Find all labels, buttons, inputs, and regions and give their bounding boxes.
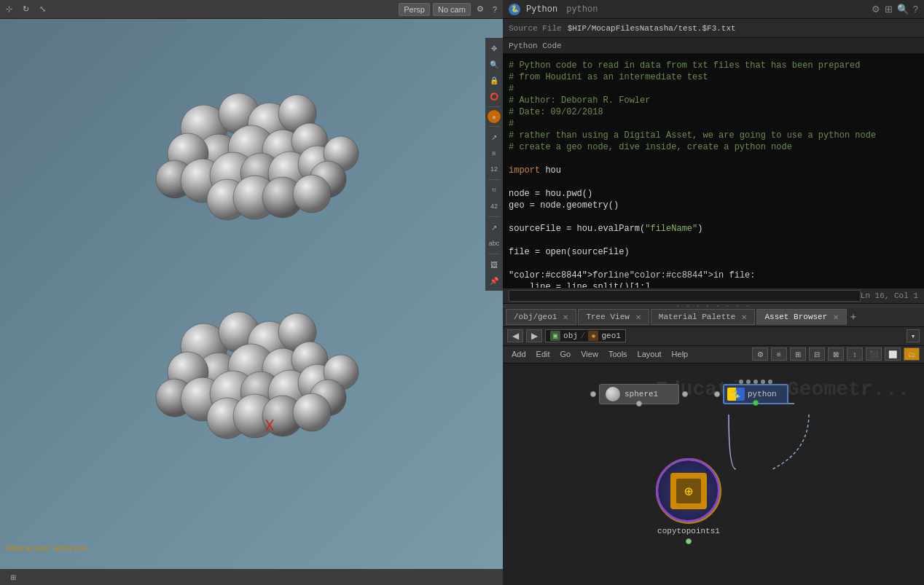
menu-add-btn[interactable]: Add bbox=[507, 348, 530, 360]
tab-tree-view-close[interactable]: ✕ bbox=[635, 313, 641, 321]
side-tool-arrow[interactable]: ↗ bbox=[487, 220, 501, 235]
side-divider-5 bbox=[488, 254, 500, 254]
tab-tree-view[interactable]: Tree View ✕ bbox=[578, 309, 649, 325]
python-dot-5 bbox=[768, 380, 772, 384]
python-dot-1 bbox=[739, 380, 743, 384]
sphere1-node-body[interactable]: sphere1 bbox=[599, 384, 679, 404]
viewport-settings-btn[interactable]: ⚙ bbox=[474, 3, 487, 15]
side-tool-num2[interactable]: 42 bbox=[487, 199, 501, 213]
tab-asset-browser-close[interactable]: ✕ bbox=[833, 313, 839, 321]
tab-obj-geo1[interactable]: /obj/geo1 ✕ bbox=[506, 309, 576, 325]
code-line bbox=[503, 153, 924, 165]
code-line: # Python code to read in data from txt f… bbox=[503, 60, 924, 71]
side-tool-transform2[interactable]: ↗ bbox=[487, 130, 501, 144]
node-python[interactable]: 🐍 python bbox=[714, 384, 788, 404]
viewport-help-btn[interactable]: ? bbox=[490, 4, 500, 15]
menu-icon-3[interactable]: ⊞ bbox=[790, 348, 806, 361]
side-tool-pin[interactable]: 📌 bbox=[487, 273, 501, 288]
source-file-bar: Source File $HIP/MocapFilesNatasha/test.… bbox=[503, 19, 924, 38]
menu-icon-1[interactable]: ⚙ bbox=[752, 348, 768, 361]
transform-tool-btn[interactable]: ⊹ bbox=[3, 3, 15, 15]
python-node-label: python bbox=[748, 390, 777, 398]
python-subtitle-label: python bbox=[566, 4, 598, 15]
python-search-btn[interactable]: 🔍 bbox=[897, 4, 909, 15]
code-line bbox=[503, 235, 924, 246]
code-editor[interactable]: # Python code to read in data from txt f… bbox=[503, 54, 924, 288]
menu-help-btn[interactable]: Help bbox=[667, 348, 693, 360]
node-sphere1[interactable]: sphere1 bbox=[590, 384, 688, 404]
viewport-bottom-bar: ⊞ bbox=[0, 569, 503, 585]
code-line: file = open(sourceFile) bbox=[503, 246, 924, 258]
menu-icon-5[interactable]: ↕ bbox=[847, 348, 863, 361]
menu-icon-grid[interactable]: ⊟ bbox=[809, 348, 825, 361]
python-icon: 🐍 bbox=[509, 4, 520, 15]
svg-point-41 bbox=[293, 393, 331, 431]
side-tool-img[interactable]: 🖼 bbox=[487, 257, 501, 272]
side-divider-2 bbox=[488, 126, 500, 127]
side-tool-2[interactable]: 🔍 bbox=[487, 57, 501, 71]
side-tool-grid[interactable]: ≡ bbox=[487, 146, 501, 160]
python-help-btn[interactable]: ? bbox=[913, 4, 918, 15]
tab-material-palette[interactable]: Material Palette ✕ bbox=[651, 309, 756, 325]
python-input-dot bbox=[714, 391, 720, 397]
nav-dropdown-btn[interactable]: ▾ bbox=[907, 329, 920, 342]
code-line: geo = node.geometry() bbox=[503, 200, 924, 211]
right-panel: 🐍 Python python ⚙ ⊞ 🔍 ? Source File $HIP… bbox=[503, 0, 924, 585]
menu-right-icons: ⚙ ≡ ⊞ ⊟ ⊠ ↕ ⬛ ⬜ 🗂 bbox=[752, 348, 920, 361]
tab-material-palette-close[interactable]: ✕ bbox=[741, 313, 747, 321]
python-layout-btn[interactable]: ⊞ bbox=[885, 4, 893, 15]
tab-add-button[interactable]: ＋ bbox=[848, 310, 858, 323]
menu-tools-btn[interactable]: Tools bbox=[604, 348, 632, 360]
sphere1-node-icon bbox=[606, 387, 620, 401]
python-node-body[interactable]: 🐍 python bbox=[723, 384, 788, 404]
side-tool-1[interactable]: ✥ bbox=[487, 41, 501, 55]
viewport-bottom-btn[interactable]: ⊞ bbox=[6, 570, 20, 584]
editor-search-input[interactable] bbox=[509, 290, 861, 302]
nav-path-icon2: ◈ bbox=[588, 331, 598, 341]
perspective-dropdown[interactable]: Persp bbox=[399, 3, 430, 16]
viewport-canvas[interactable]: ✥ 🔍 🔒 ⭕ ● ↗ ≡ 12 ⌗ 42 ↗ abc bbox=[0, 19, 503, 569]
python-settings-btn[interactable]: ⚙ bbox=[872, 4, 880, 15]
code-line: node = hou.pwd() bbox=[503, 188, 924, 200]
python-node-top-dots bbox=[739, 380, 772, 384]
menu-icon-8[interactable]: 🗂 bbox=[904, 348, 920, 361]
menu-go-btn[interactable]: Go bbox=[556, 348, 576, 360]
nav-path-box: ▣ obj / ◈ geo1 bbox=[545, 329, 626, 342]
node-editor-canvas[interactable]: Educati... Geometr... sphere1 bbox=[503, 364, 924, 586]
python-dot-4 bbox=[761, 380, 765, 384]
nav-path-obj: obj bbox=[563, 331, 578, 340]
tab-obj-geo1-close[interactable]: ✕ bbox=[563, 313, 568, 321]
nav-forward-btn[interactable]: ▶ bbox=[526, 329, 542, 342]
menu-icon-6[interactable]: ⬛ bbox=[866, 348, 882, 361]
side-tool-select[interactable]: ● bbox=[488, 110, 501, 123]
rotate-tool-btn[interactable]: ↻ bbox=[20, 3, 32, 15]
menu-edit-btn[interactable]: Edit bbox=[532, 348, 555, 360]
tab-material-palette-label: Material Palette bbox=[659, 313, 736, 321]
side-tool-lock[interactable]: 🔒 bbox=[487, 73, 501, 87]
menu-view-btn[interactable]: View bbox=[576, 348, 603, 360]
code-line: # Author: Deborah R. Fowler bbox=[503, 95, 924, 106]
source-file-label: Source File bbox=[509, 24, 562, 33]
side-tool-circle[interactable]: ⭕ bbox=[487, 89, 501, 103]
menu-icon-7[interactable]: ⬜ bbox=[885, 348, 901, 361]
node-copytopoints1[interactable]: ⊕ copytopoints1 bbox=[656, 458, 721, 544]
copytopoints1-label: copytopoints1 bbox=[657, 527, 720, 535]
code-line bbox=[503, 211, 924, 223]
menu-layout-btn[interactable]: Layout bbox=[633, 348, 666, 360]
copytopoints1-node-body[interactable]: ⊕ bbox=[656, 458, 721, 524]
line-column-indicator: Ln 16, Col 1 bbox=[861, 291, 918, 300]
side-tool-abc[interactable]: abc bbox=[487, 236, 501, 251]
camera-dropdown[interactable]: No cam bbox=[433, 3, 471, 16]
nav-back-btn[interactable]: ◀ bbox=[507, 329, 523, 342]
app-container: ⊹ ↻ ⤡ Persp No cam ⚙ ? bbox=[0, 0, 924, 585]
side-tool-num1[interactable]: 12 bbox=[487, 162, 501, 176]
menu-icon-list[interactable]: ⊠ bbox=[828, 348, 844, 361]
side-tool-render[interactable]: ⌗ bbox=[487, 183, 501, 197]
menu-icon-2[interactable]: ≡ bbox=[771, 348, 787, 361]
python-dot-2 bbox=[746, 380, 751, 384]
nav-path-separator: / bbox=[581, 331, 586, 340]
python-title-label: Python bbox=[526, 4, 557, 15]
scale-tool-btn[interactable]: ⤡ bbox=[36, 3, 49, 15]
tab-asset-browser[interactable]: Asset Browser ✕ bbox=[756, 309, 847, 325]
node-nav-bar: ◀ ▶ ▣ obj / ◈ geo1 ▾ bbox=[503, 327, 924, 346]
